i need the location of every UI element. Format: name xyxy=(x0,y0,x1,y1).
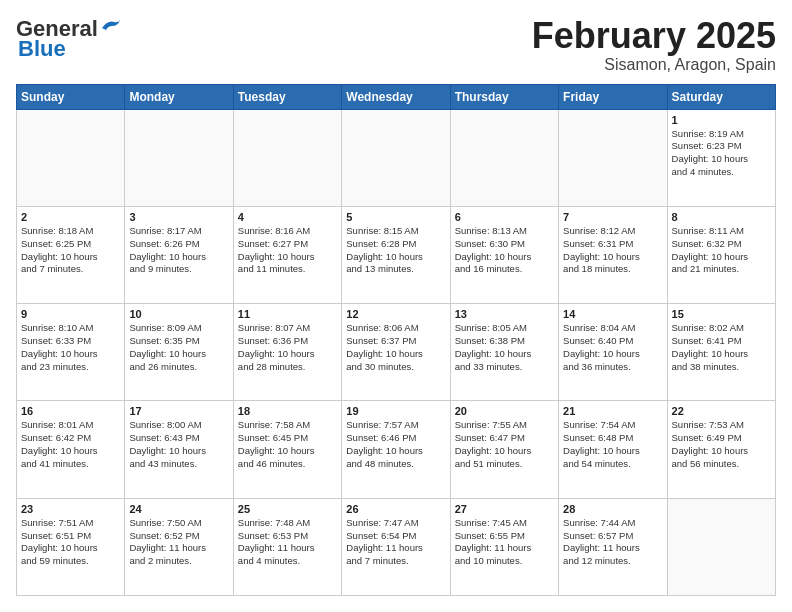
day-number: 18 xyxy=(238,405,337,417)
table-row: 6Sunrise: 8:13 AM Sunset: 6:30 PM Daylig… xyxy=(450,206,558,303)
day-number: 22 xyxy=(672,405,771,417)
table-row: 11Sunrise: 8:07 AM Sunset: 6:36 PM Dayli… xyxy=(233,304,341,401)
col-wednesday: Wednesday xyxy=(342,84,450,109)
day-number: 5 xyxy=(346,211,445,223)
table-row: 18Sunrise: 7:58 AM Sunset: 6:45 PM Dayli… xyxy=(233,401,341,498)
day-info: Sunrise: 8:13 AM Sunset: 6:30 PM Dayligh… xyxy=(455,225,554,276)
day-number: 1 xyxy=(672,114,771,126)
table-row xyxy=(559,109,667,206)
day-info: Sunrise: 7:48 AM Sunset: 6:53 PM Dayligh… xyxy=(238,517,337,568)
day-info: Sunrise: 7:51 AM Sunset: 6:51 PM Dayligh… xyxy=(21,517,120,568)
day-info: Sunrise: 8:06 AM Sunset: 6:37 PM Dayligh… xyxy=(346,322,445,373)
day-info: Sunrise: 7:57 AM Sunset: 6:46 PM Dayligh… xyxy=(346,419,445,470)
day-info: Sunrise: 8:15 AM Sunset: 6:28 PM Dayligh… xyxy=(346,225,445,276)
day-info: Sunrise: 7:54 AM Sunset: 6:48 PM Dayligh… xyxy=(563,419,662,470)
location-subtitle: Sisamon, Aragon, Spain xyxy=(532,56,776,74)
day-info: Sunrise: 7:50 AM Sunset: 6:52 PM Dayligh… xyxy=(129,517,228,568)
day-info: Sunrise: 8:01 AM Sunset: 6:42 PM Dayligh… xyxy=(21,419,120,470)
table-row: 14Sunrise: 8:04 AM Sunset: 6:40 PM Dayli… xyxy=(559,304,667,401)
day-number: 26 xyxy=(346,503,445,515)
day-number: 21 xyxy=(563,405,662,417)
day-info: Sunrise: 8:17 AM Sunset: 6:26 PM Dayligh… xyxy=(129,225,228,276)
logo-blue: Blue xyxy=(18,36,66,62)
day-info: Sunrise: 7:55 AM Sunset: 6:47 PM Dayligh… xyxy=(455,419,554,470)
table-row: 21Sunrise: 7:54 AM Sunset: 6:48 PM Dayli… xyxy=(559,401,667,498)
table-row: 23Sunrise: 7:51 AM Sunset: 6:51 PM Dayli… xyxy=(17,498,125,595)
day-number: 17 xyxy=(129,405,228,417)
day-info: Sunrise: 8:19 AM Sunset: 6:23 PM Dayligh… xyxy=(672,128,771,179)
day-number: 25 xyxy=(238,503,337,515)
table-row: 28Sunrise: 7:44 AM Sunset: 6:57 PM Dayli… xyxy=(559,498,667,595)
calendar-week-row: 1Sunrise: 8:19 AM Sunset: 6:23 PM Daylig… xyxy=(17,109,776,206)
calendar-week-row: 2Sunrise: 8:18 AM Sunset: 6:25 PM Daylig… xyxy=(17,206,776,303)
table-row: 19Sunrise: 7:57 AM Sunset: 6:46 PM Dayli… xyxy=(342,401,450,498)
day-number: 28 xyxy=(563,503,662,515)
day-number: 7 xyxy=(563,211,662,223)
day-number: 27 xyxy=(455,503,554,515)
day-number: 8 xyxy=(672,211,771,223)
day-number: 19 xyxy=(346,405,445,417)
day-number: 9 xyxy=(21,308,120,320)
table-row: 12Sunrise: 8:06 AM Sunset: 6:37 PM Dayli… xyxy=(342,304,450,401)
table-row: 15Sunrise: 8:02 AM Sunset: 6:41 PM Dayli… xyxy=(667,304,775,401)
day-info: Sunrise: 8:16 AM Sunset: 6:27 PM Dayligh… xyxy=(238,225,337,276)
calendar-week-row: 9Sunrise: 8:10 AM Sunset: 6:33 PM Daylig… xyxy=(17,304,776,401)
table-row xyxy=(342,109,450,206)
day-number: 13 xyxy=(455,308,554,320)
day-info: Sunrise: 7:58 AM Sunset: 6:45 PM Dayligh… xyxy=(238,419,337,470)
col-monday: Monday xyxy=(125,84,233,109)
day-info: Sunrise: 8:09 AM Sunset: 6:35 PM Dayligh… xyxy=(129,322,228,373)
table-row xyxy=(450,109,558,206)
day-number: 11 xyxy=(238,308,337,320)
day-info: Sunrise: 8:12 AM Sunset: 6:31 PM Dayligh… xyxy=(563,225,662,276)
table-row: 17Sunrise: 8:00 AM Sunset: 6:43 PM Dayli… xyxy=(125,401,233,498)
day-info: Sunrise: 8:02 AM Sunset: 6:41 PM Dayligh… xyxy=(672,322,771,373)
day-info: Sunrise: 8:00 AM Sunset: 6:43 PM Dayligh… xyxy=(129,419,228,470)
table-row: 27Sunrise: 7:45 AM Sunset: 6:55 PM Dayli… xyxy=(450,498,558,595)
table-row: 25Sunrise: 7:48 AM Sunset: 6:53 PM Dayli… xyxy=(233,498,341,595)
table-row: 16Sunrise: 8:01 AM Sunset: 6:42 PM Dayli… xyxy=(17,401,125,498)
day-number: 23 xyxy=(21,503,120,515)
day-info: Sunrise: 8:18 AM Sunset: 6:25 PM Dayligh… xyxy=(21,225,120,276)
table-row: 20Sunrise: 7:55 AM Sunset: 6:47 PM Dayli… xyxy=(450,401,558,498)
month-title: February 2025 xyxy=(532,16,776,56)
day-info: Sunrise: 7:53 AM Sunset: 6:49 PM Dayligh… xyxy=(672,419,771,470)
table-row: 2Sunrise: 8:18 AM Sunset: 6:25 PM Daylig… xyxy=(17,206,125,303)
title-block: February 2025 Sisamon, Aragon, Spain xyxy=(532,16,776,74)
day-number: 15 xyxy=(672,308,771,320)
col-saturday: Saturday xyxy=(667,84,775,109)
day-number: 3 xyxy=(129,211,228,223)
day-number: 2 xyxy=(21,211,120,223)
col-thursday: Thursday xyxy=(450,84,558,109)
table-row xyxy=(125,109,233,206)
day-number: 20 xyxy=(455,405,554,417)
day-number: 24 xyxy=(129,503,228,515)
table-row: 22Sunrise: 7:53 AM Sunset: 6:49 PM Dayli… xyxy=(667,401,775,498)
table-row: 26Sunrise: 7:47 AM Sunset: 6:54 PM Dayli… xyxy=(342,498,450,595)
day-info: Sunrise: 7:47 AM Sunset: 6:54 PM Dayligh… xyxy=(346,517,445,568)
day-number: 16 xyxy=(21,405,120,417)
table-row: 3Sunrise: 8:17 AM Sunset: 6:26 PM Daylig… xyxy=(125,206,233,303)
table-row xyxy=(233,109,341,206)
day-number: 6 xyxy=(455,211,554,223)
logo-bird-icon xyxy=(100,18,122,36)
calendar-week-row: 16Sunrise: 8:01 AM Sunset: 6:42 PM Dayli… xyxy=(17,401,776,498)
table-row: 13Sunrise: 8:05 AM Sunset: 6:38 PM Dayli… xyxy=(450,304,558,401)
day-number: 14 xyxy=(563,308,662,320)
table-row: 8Sunrise: 8:11 AM Sunset: 6:32 PM Daylig… xyxy=(667,206,775,303)
logo: General Blue xyxy=(16,16,122,62)
table-row: 10Sunrise: 8:09 AM Sunset: 6:35 PM Dayli… xyxy=(125,304,233,401)
day-info: Sunrise: 8:04 AM Sunset: 6:40 PM Dayligh… xyxy=(563,322,662,373)
day-info: Sunrise: 7:44 AM Sunset: 6:57 PM Dayligh… xyxy=(563,517,662,568)
col-friday: Friday xyxy=(559,84,667,109)
page: General Blue February 2025 Sisamon, Arag… xyxy=(0,0,792,612)
day-info: Sunrise: 8:11 AM Sunset: 6:32 PM Dayligh… xyxy=(672,225,771,276)
table-row xyxy=(667,498,775,595)
day-info: Sunrise: 8:05 AM Sunset: 6:38 PM Dayligh… xyxy=(455,322,554,373)
col-sunday: Sunday xyxy=(17,84,125,109)
header: General Blue February 2025 Sisamon, Arag… xyxy=(16,16,776,74)
table-row: 1Sunrise: 8:19 AM Sunset: 6:23 PM Daylig… xyxy=(667,109,775,206)
calendar-week-row: 23Sunrise: 7:51 AM Sunset: 6:51 PM Dayli… xyxy=(17,498,776,595)
table-row: 24Sunrise: 7:50 AM Sunset: 6:52 PM Dayli… xyxy=(125,498,233,595)
day-info: Sunrise: 8:10 AM Sunset: 6:33 PM Dayligh… xyxy=(21,322,120,373)
